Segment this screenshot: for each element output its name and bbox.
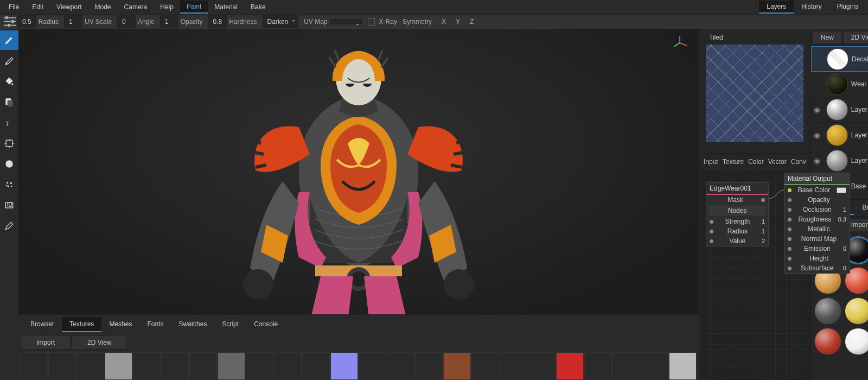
visibility-icon[interactable]: ◉ bbox=[811, 105, 823, 114]
texture-thumb[interactable] bbox=[48, 352, 76, 380]
menu-edit[interactable]: Edit bbox=[25, 1, 50, 13]
tab-swatches[interactable]: Swatches bbox=[171, 317, 214, 332]
node-radius-val[interactable]: 1 bbox=[762, 228, 765, 235]
angle-input[interactable]: 0 bbox=[117, 15, 136, 28]
texture-thumb[interactable] bbox=[500, 352, 527, 380]
texture-thumb[interactable] bbox=[161, 352, 189, 380]
circle-tool[interactable] bbox=[0, 154, 18, 174]
layer-new-btn[interactable]: New bbox=[813, 31, 842, 44]
texture-thumb[interactable] bbox=[415, 352, 443, 380]
texture-thumb[interactable] bbox=[274, 352, 302, 380]
midtab-conv[interactable]: Conv bbox=[789, 157, 808, 167]
node-value-val[interactable]: 2 bbox=[762, 238, 765, 244]
text-tool[interactable]: T bbox=[0, 113, 18, 132]
texture-thumb[interactable] bbox=[471, 352, 499, 380]
brush-tool[interactable] bbox=[0, 30, 18, 50]
midtab-texture[interactable]: Texture bbox=[720, 157, 746, 167]
midtab-color[interactable]: Color bbox=[746, 157, 766, 167]
picker-tool[interactable] bbox=[0, 216, 18, 236]
out-occlusion-val[interactable]: 1 bbox=[843, 206, 846, 213]
texture-thumb[interactable] bbox=[133, 352, 161, 380]
xray-checkbox[interactable] bbox=[368, 18, 375, 26]
texture-thumb[interactable] bbox=[189, 352, 217, 380]
layer-name[interactable]: Layer 4 bbox=[851, 106, 868, 113]
blend-dropdown[interactable]: Darken bbox=[263, 15, 299, 28]
texture-thumb[interactable] bbox=[669, 352, 697, 380]
tab-script[interactable]: Script bbox=[214, 317, 246, 332]
material-preview[interactable] bbox=[706, 45, 803, 142]
layer-row[interactable]: ◉ Layer 4 MixDecor bbox=[811, 97, 868, 123]
out-subsurface-val[interactable]: 0 bbox=[843, 265, 846, 271]
texture-thumb[interactable] bbox=[584, 352, 612, 380]
node-material-output[interactable]: Material Output Base Color Opacity Occlu… bbox=[784, 173, 850, 274]
2dview-button[interactable]: 2D View bbox=[72, 335, 127, 350]
tab-browser[interactable]: Browser bbox=[23, 317, 62, 332]
menu-help[interactable]: Help bbox=[154, 1, 180, 13]
tab-layers[interactable]: Layers bbox=[759, 1, 794, 14]
material-ball[interactable] bbox=[845, 297, 868, 325]
id-tool[interactable]: ID bbox=[0, 195, 18, 215]
texture-thumb[interactable] bbox=[443, 352, 471, 380]
texture-thumb[interactable] bbox=[76, 352, 104, 380]
node-strength-val[interactable]: 1 bbox=[762, 218, 765, 225]
midtab-input[interactable]: Input bbox=[701, 157, 720, 167]
layer-name[interactable]: Layer 2 bbox=[851, 157, 868, 164]
out-basecolor-swatch[interactable] bbox=[837, 187, 846, 193]
ptab-brushes[interactable]: Brushes bbox=[854, 201, 868, 215]
layer-name[interactable]: Decal bbox=[852, 55, 868, 63]
node-graph[interactable]: EdgeWear001 Mask Nodes Strength1 Radius1… bbox=[699, 170, 810, 380]
clone-tool[interactable] bbox=[0, 92, 18, 112]
sym-z[interactable]: Z bbox=[467, 16, 477, 28]
layer-row[interactable]: ◉ Layer 3 MixPlate bbox=[811, 123, 868, 148]
texture-thumb[interactable] bbox=[105, 352, 132, 380]
texture-thumb[interactable] bbox=[20, 352, 48, 380]
material-ball[interactable] bbox=[814, 328, 841, 355]
menu-camera[interactable]: Camera bbox=[118, 1, 154, 13]
opacity-input[interactable]: 1 bbox=[160, 15, 178, 28]
out-roughness-val[interactable]: 0.3 bbox=[838, 216, 846, 223]
tab-textures[interactable]: Textures bbox=[62, 317, 101, 332]
sym-y[interactable]: Y bbox=[452, 16, 463, 28]
menu-paint[interactable]: Paint bbox=[180, 1, 208, 14]
axis-gizmo[interactable] bbox=[672, 35, 688, 51]
tab-console[interactable]: Console bbox=[246, 317, 285, 332]
fill-tool[interactable] bbox=[0, 72, 18, 91]
import-button[interactable]: Import bbox=[21, 335, 71, 350]
particle-tool[interactable] bbox=[0, 175, 18, 194]
layer-row[interactable]: Wear MixShared bbox=[811, 72, 868, 97]
viewport-3d[interactable] bbox=[18, 29, 699, 314]
layer-row[interactable]: ◉ Layer 2 MixArmor bbox=[811, 148, 868, 174]
tab-plugins[interactable]: Plugins bbox=[829, 1, 866, 14]
tab-fonts[interactable]: Fonts bbox=[139, 317, 171, 332]
hardness-input[interactable]: 0.8 bbox=[208, 15, 227, 28]
eraser-tool[interactable] bbox=[0, 51, 18, 71]
transform-tool[interactable] bbox=[0, 134, 18, 153]
texture-thumb[interactable] bbox=[359, 352, 386, 380]
layer-2dview-btn[interactable]: 2D View bbox=[843, 31, 868, 44]
sym-x[interactable]: X bbox=[438, 16, 449, 28]
layer-name[interactable]: Base bbox=[851, 182, 868, 190]
menu-viewport[interactable]: Viewport bbox=[50, 1, 88, 13]
tab-meshes[interactable]: Meshes bbox=[101, 317, 139, 332]
tab-history[interactable]: History bbox=[794, 1, 829, 14]
texture-thumb[interactable] bbox=[246, 352, 273, 380]
texture-thumb[interactable] bbox=[556, 352, 584, 380]
out-emission-val[interactable]: 0 bbox=[843, 245, 846, 252]
texture-thumb[interactable] bbox=[218, 352, 245, 380]
menu-material[interactable]: Material bbox=[208, 1, 244, 13]
material-ball[interactable] bbox=[814, 297, 841, 325]
texture-thumb[interactable] bbox=[387, 352, 414, 380]
menu-bake[interactable]: Bake bbox=[244, 1, 272, 13]
node-nodes-btn[interactable]: Nodes bbox=[728, 207, 747, 214]
layer-row[interactable]: Decal DarkenShared bbox=[811, 46, 868, 72]
menu-file[interactable]: File bbox=[2, 1, 25, 13]
material-ball[interactable] bbox=[845, 328, 868, 355]
node-edgewear[interactable]: EdgeWear001 Mask Nodes Strength1 Radius1… bbox=[706, 182, 769, 246]
layer-name[interactable]: Layer 3 bbox=[851, 131, 868, 139]
uvscale-input[interactable]: 1 bbox=[64, 15, 82, 28]
visibility-icon[interactable]: ◉ bbox=[811, 131, 823, 140]
texture-thumb[interactable] bbox=[528, 352, 556, 380]
midtab-vector[interactable]: Vector bbox=[766, 157, 789, 167]
menu-mode[interactable]: Mode bbox=[88, 1, 118, 13]
layer-name[interactable]: Wear bbox=[851, 80, 868, 88]
